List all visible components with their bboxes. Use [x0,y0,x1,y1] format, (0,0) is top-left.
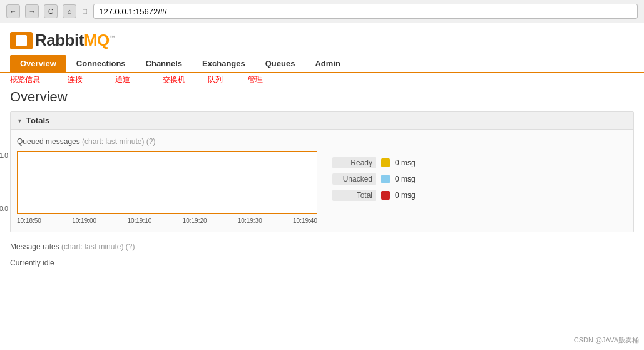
file-icon: □ [83,7,87,16]
chart-and-legend: 1.0 0.0 10:18:50 10:19:00 10:19:10 [17,151,627,224]
legend: Ready 0 msg Unacked 0 msg Total 0 [332,157,416,201]
y-label-bottom: 0.0 [0,205,8,212]
queued-messages-label: Queued messages (chart: last minute) (?) [17,137,627,146]
ann-channels: 通道 [93,75,140,85]
section-title-totals: Totals [26,116,49,125]
legend-value-total: 0 msg [395,191,416,200]
ann-overview: 概览信息 [10,75,50,85]
message-rates-label: Message rates (chart: last minute) (?) [10,242,634,251]
nav-exchanges[interactable]: Exchanges [192,55,255,72]
x-label-1: 10:19:00 [72,217,96,224]
nav-connections[interactable]: Connections [66,55,136,72]
legend-row-ready: Ready 0 msg [332,157,416,168]
x-label-2: 10:19:10 [127,217,151,224]
y-label-top: 1.0 [0,152,8,159]
ann-exchanges: 交换机 [140,75,195,85]
main-content: ▼ Totals Queued messages (chart: last mi… [0,111,644,270]
home-button[interactable]: ⌂ [63,4,76,18]
back-button[interactable]: ← [6,4,20,18]
legend-label-total: Total [332,190,376,201]
section-header-totals[interactable]: ▼ Totals [11,112,633,130]
rabbitmq-logo-icon [10,32,33,49]
chart-container [17,151,317,214]
chart-svg [18,152,318,214]
legend-label-unacked: Unacked [332,173,376,185]
x-label-5: 10:19:40 [293,217,317,224]
logo-tm: ™ [110,34,115,41]
nav-bar: Overview Connections Channels Exchanges … [0,55,644,73]
ann-connections: 连接 [50,75,93,85]
nav-overview[interactable]: Overview [10,55,66,72]
chart-x-labels: 10:18:50 10:19:00 10:19:10 10:19:20 10:1… [17,217,317,224]
totals-section: ▼ Totals Queued messages (chart: last mi… [10,111,634,232]
browser-chrome: ← → C ⌂ □ [0,0,644,23]
logo-area: RabbitMQ™ [0,23,644,50]
triangle-icon: ▼ [17,118,23,124]
nav-channels[interactable]: Channels [136,55,193,72]
legend-value-ready: 0 msg [395,158,416,167]
currently-idle: Currently idle [10,256,634,270]
ann-admin: 管理 [233,75,273,85]
address-bar[interactable] [93,4,638,19]
annotation-row: 概览信息 连接 通道 交换机 队列 管理 [0,73,644,86]
legend-row-unacked: Unacked 0 msg [332,173,416,185]
chart-wrap: 1.0 0.0 [17,151,317,214]
chart-note: (chart: last minute) [82,137,144,146]
ann-queues: 队列 [195,75,233,85]
message-rates-chart-note: (chart: last minute) [61,242,123,251]
legend-swatch-unacked [381,175,390,183]
x-label-0: 10:18:50 [17,217,41,224]
help-icon[interactable]: (?) [146,137,156,146]
legend-row-total: Total 0 msg [332,190,416,201]
forward-button[interactable]: → [25,4,39,18]
legend-swatch-ready [381,158,390,167]
page-title: Overview [0,86,644,111]
message-rates-section: Message rates (chart: last minute) (?) C… [10,242,634,270]
logo-icon-inner [16,35,27,46]
x-label-3: 10:19:20 [183,217,207,224]
app-container: RabbitMQ™ Overview Connections Channels … [0,23,644,270]
legend-swatch-total [381,191,390,200]
refresh-button[interactable]: C [44,4,58,18]
logo-text: RabbitMQ™ [35,31,115,50]
x-label-4: 10:19:30 [238,217,262,224]
legend-value-unacked: 0 msg [395,175,416,183]
logo-mq: MQ [84,31,110,49]
logo-rabbit: Rabbit [35,31,84,49]
nav-admin[interactable]: Admin [305,55,350,72]
nav-queues[interactable]: Queues [255,55,305,72]
section-body-totals: Queued messages (chart: last minute) (?)… [11,130,633,232]
legend-label-ready: Ready [332,157,376,168]
message-rates-help-icon[interactable]: (?) [126,242,135,251]
